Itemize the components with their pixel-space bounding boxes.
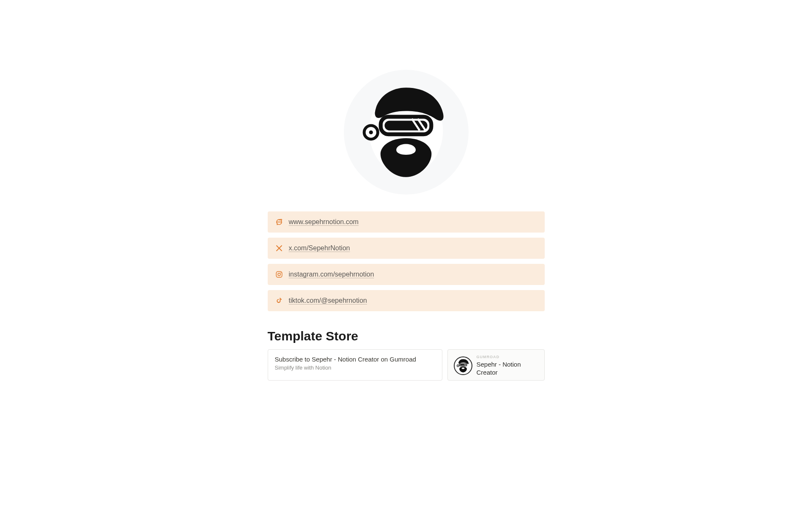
instagram-icon	[275, 271, 283, 278]
mini-avatar	[454, 356, 472, 375]
tiktok-icon	[275, 297, 283, 304]
svg-point-9	[278, 273, 280, 276]
link-label: instagram.com/sepehrnotion	[289, 271, 374, 278]
gumroad-profile-card[interactable]: GUMROAD Sepehr - Notion Creator	[447, 349, 545, 381]
gumroad-creator-name: Sepehr - Notion Creator	[477, 361, 538, 377]
avatar	[344, 70, 469, 195]
avatar-container	[268, 70, 545, 195]
ie-icon	[275, 218, 283, 226]
store-card-title: Subscribe to Sepehr - Notion Creator on …	[275, 356, 435, 363]
gumroad-subscribe-card[interactable]: Subscribe to Sepehr - Notion Creator on …	[268, 349, 442, 381]
link-x[interactable]: x.com/SepehrNotion	[268, 238, 545, 259]
link-label: www.sepehrnotion.com	[289, 218, 359, 226]
gumroad-brand-label: GUMROAD	[477, 355, 538, 359]
mini-avatar-illustration	[456, 359, 470, 373]
avatar-illustration	[357, 84, 455, 181]
social-links-list: www.sepehrnotion.com x.com/SepehrNotion …	[268, 211, 545, 311]
link-label: tiktok.com/@sepehrnotion	[289, 297, 367, 304]
store-embed-row: Subscribe to Sepehr - Notion Creator on …	[268, 349, 545, 381]
link-label: x.com/SepehrNotion	[289, 244, 350, 252]
svg-point-7	[277, 224, 277, 225]
profile-page: www.sepehrnotion.com x.com/SepehrNotion …	[268, 0, 545, 381]
link-tiktok[interactable]: tiktok.com/@sepehrnotion	[268, 290, 545, 311]
link-instagram[interactable]: instagram.com/sepehrnotion	[268, 264, 545, 285]
gumroad-card-text: GUMROAD Sepehr - Notion Creator	[477, 355, 538, 377]
store-card-subtitle: Simplify life with Notion	[275, 364, 435, 371]
x-icon	[275, 244, 283, 252]
link-website[interactable]: www.sepehrnotion.com	[268, 211, 545, 233]
svg-point-10	[280, 272, 281, 273]
section-heading-template-store: Template Store	[268, 329, 545, 343]
